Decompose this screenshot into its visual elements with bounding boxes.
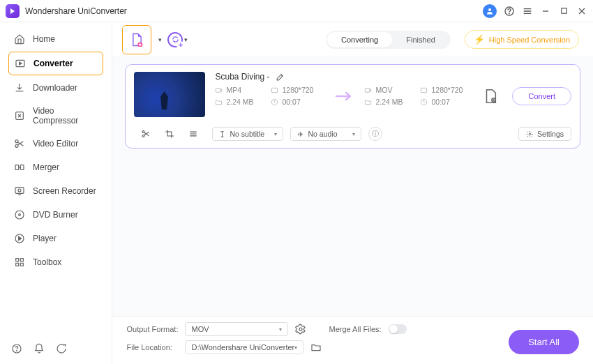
svg-point-29	[143, 131, 145, 133]
output-settings-icon[interactable]	[483, 89, 498, 104]
toolbar: ▾ ▾ Converting Finished ⚡ High Speed Con…	[112, 22, 593, 57]
menu-icon[interactable]	[522, 6, 533, 17]
file-location-label: File Location:	[126, 343, 178, 351]
chevron-down-icon: ▾	[274, 131, 277, 137]
high-speed-label: High Speed Conversion	[489, 36, 570, 44]
file-name: Scuba Diving -	[215, 72, 269, 82]
titlebar: Wondershare UniConverter	[0, 0, 593, 22]
src-duration: 00:07	[282, 98, 300, 106]
sidebar-item-label: Video Editor	[33, 139, 78, 149]
merge-toggle[interactable]	[389, 324, 407, 334]
sidebar-item-editor[interactable]: Video Editor	[8, 132, 103, 155]
help-icon[interactable]	[11, 343, 22, 354]
dst-resolution: 1280*720	[431, 86, 463, 94]
sidebar-item-home[interactable]: Home	[8, 28, 103, 50]
edit-name-icon[interactable]	[276, 73, 285, 82]
svg-rect-25	[366, 88, 370, 92]
svg-point-32	[299, 328, 302, 331]
file-location-value: D:\Wondershare UniConverter	[191, 343, 294, 351]
svg-rect-17	[16, 263, 19, 266]
file-location-select[interactable]: D:\Wondershare UniConverter ▾	[185, 340, 303, 354]
output-format-select[interactable]: MOV ▾	[185, 322, 288, 336]
file-add-icon	[131, 33, 143, 47]
close-button[interactable]	[576, 6, 587, 17]
folder-icon	[364, 98, 372, 106]
open-folder-icon[interactable]	[310, 342, 322, 353]
svg-rect-10	[15, 188, 24, 194]
sidebar-item-merger[interactable]: Merger	[8, 156, 103, 179]
effects-icon[interactable]	[188, 129, 198, 139]
svg-rect-16	[20, 259, 23, 261]
svg-point-12	[15, 211, 24, 219]
subtitle-select[interactable]: No subtitle ▾	[212, 127, 283, 141]
tabs: Converting Finished	[326, 31, 451, 49]
src-resolution: 1280*720	[282, 86, 313, 94]
tab-converting[interactable]: Converting	[327, 32, 392, 47]
sidebar-item-compressor[interactable]: Video Compressor	[8, 100, 103, 131]
download-icon	[14, 82, 25, 93]
svg-rect-3	[561, 8, 566, 13]
sidebar-item-recorder[interactable]: Screen Recorder	[8, 180, 103, 202]
trim-icon[interactable]	[141, 129, 151, 139]
bell-icon[interactable]	[33, 343, 45, 354]
output-format-label: Output Format:	[126, 325, 178, 333]
sidebar-item-label: Home	[33, 34, 55, 44]
sidebar-item-toolbox[interactable]: Toolbox	[8, 251, 103, 273]
sidebar-item-downloader[interactable]: Downloader	[8, 77, 103, 99]
video-format-icon	[364, 86, 372, 94]
start-all-button[interactable]: Start All	[509, 330, 579, 354]
folder-icon	[215, 98, 223, 106]
clock-icon	[420, 98, 428, 106]
recorder-icon	[14, 185, 25, 197]
media-info-button[interactable]: ⓘ	[368, 127, 382, 141]
add-file-button[interactable]	[122, 25, 151, 54]
compressor-icon	[14, 110, 25, 121]
chevron-down-icon: ▾	[294, 344, 297, 351]
support-icon[interactable]	[504, 6, 515, 17]
audio-icon	[296, 130, 304, 138]
sidebar-item-label: Video Compressor	[33, 106, 98, 126]
audio-select[interactable]: No audio ▾	[290, 127, 361, 141]
sidebar-item-label: Player	[33, 234, 57, 243]
file-settings-button[interactable]: Settings	[518, 127, 571, 141]
resolution-icon	[271, 86, 278, 94]
svg-rect-23	[272, 88, 278, 92]
sidebar-item-player[interactable]: Player	[8, 227, 103, 250]
crop-icon[interactable]	[165, 129, 174, 139]
sidebar-item-dvd[interactable]: DVD Burner	[8, 204, 103, 226]
svg-rect-22	[216, 88, 220, 92]
chevron-down-icon: ▾	[279, 326, 282, 333]
svg-point-0	[488, 8, 491, 11]
video-format-icon	[215, 86, 223, 94]
maximize-button[interactable]	[558, 6, 569, 17]
lightning-icon: ⚡	[474, 34, 485, 45]
add-file-dropdown[interactable]: ▾	[158, 36, 162, 43]
clock-icon	[271, 98, 278, 106]
src-format: MP4	[226, 86, 241, 94]
high-speed-toggle[interactable]: ⚡ High Speed Conversion	[465, 30, 579, 49]
svg-rect-26	[421, 88, 427, 92]
account-button[interactable]	[483, 4, 497, 18]
video-thumbnail[interactable]	[134, 72, 205, 117]
format-settings-icon[interactable]	[295, 324, 306, 335]
subtitle-value: No subtitle	[230, 130, 264, 138]
svg-rect-8	[15, 165, 19, 170]
feedback-icon[interactable]	[56, 343, 67, 354]
home-icon	[14, 33, 25, 45]
resolution-icon	[420, 86, 428, 94]
svg-rect-15	[16, 259, 19, 261]
svg-point-20	[17, 351, 17, 351]
sidebar-item-converter[interactable]: Converter	[8, 52, 103, 75]
svg-point-2	[509, 13, 510, 14]
convert-button[interactable]: Convert	[512, 87, 571, 105]
minimize-button[interactable]	[540, 6, 551, 17]
sidebar: Home Converter Downloader Video Compress…	[0, 22, 112, 364]
scissors-icon	[14, 138, 25, 149]
refresh-icon	[172, 36, 179, 43]
add-url-dropdown[interactable]: ▾	[184, 36, 188, 43]
svg-point-6	[15, 140, 18, 143]
settings-label: Settings	[537, 130, 564, 138]
tab-finished[interactable]: Finished	[392, 32, 449, 47]
add-url-button[interactable]	[167, 32, 183, 47]
audio-value: No audio	[308, 130, 337, 138]
